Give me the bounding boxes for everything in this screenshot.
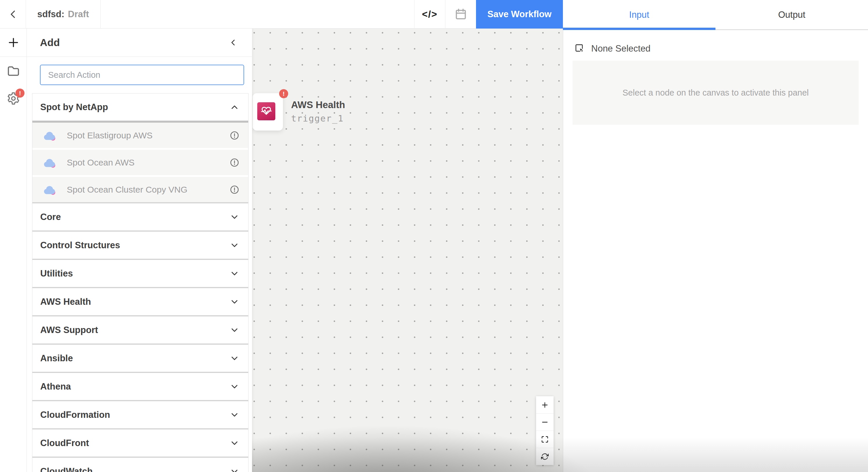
selection-status-row: None Selected bbox=[563, 30, 868, 61]
chevron-down-icon bbox=[229, 353, 240, 363]
add-node-button[interactable] bbox=[0, 29, 27, 57]
section-aws-health[interactable]: AWS Health bbox=[32, 288, 248, 315]
info-icon[interactable] bbox=[229, 185, 240, 195]
folder-icon bbox=[7, 64, 20, 77]
section-utilities[interactable]: Utilities bbox=[32, 260, 248, 287]
section-label: Utilities bbox=[40, 268, 229, 279]
cloud-icon bbox=[43, 129, 56, 142]
action-item-label: Spot Elastigroup AWS bbox=[67, 131, 229, 140]
save-workflow-button[interactable]: Save Workflow bbox=[476, 0, 563, 29]
section-cloudformation[interactable]: CloudFormation bbox=[32, 401, 248, 428]
reset-view-button[interactable] bbox=[536, 448, 554, 465]
chevron-up-icon bbox=[229, 102, 240, 112]
back-button[interactable] bbox=[0, 0, 26, 28]
back-chevron-icon bbox=[6, 8, 19, 21]
action-section: CloudFormation bbox=[32, 400, 248, 428]
search-action-input[interactable] bbox=[40, 65, 244, 85]
files-button[interactable] bbox=[0, 57, 27, 85]
workflow-name: sdfsd: bbox=[37, 9, 64, 20]
section-core[interactable]: Core bbox=[32, 203, 248, 231]
settings-alert-badge: ! bbox=[16, 89, 25, 98]
plus-icon bbox=[6, 36, 21, 49]
node-error-badge: ! bbox=[279, 89, 288, 98]
info-icon[interactable] bbox=[229, 131, 240, 140]
section-label: Spot by NetApp bbox=[40, 102, 229, 112]
section-ansible[interactable]: Ansible bbox=[32, 345, 248, 372]
inspector-panel: None Selected Select a node on the canva… bbox=[563, 30, 868, 472]
code-view-button[interactable]: </> bbox=[414, 0, 445, 28]
action-item-label: Spot Ocean Cluster Copy VNG bbox=[67, 185, 229, 195]
active-tab-underline bbox=[563, 28, 715, 30]
action-section: AWS Health bbox=[32, 287, 248, 315]
zoom-in-button[interactable] bbox=[536, 396, 554, 413]
cloud-icon bbox=[43, 183, 56, 196]
settings-button[interactable]: ! bbox=[0, 85, 27, 112]
fullscreen-icon bbox=[541, 436, 549, 443]
action-item-spot-ocean-aws[interactable]: Spot Ocean AWS bbox=[32, 150, 248, 175]
section-aws-support[interactable]: AWS Support bbox=[32, 316, 248, 343]
search-area bbox=[27, 57, 252, 93]
fit-view-button[interactable] bbox=[536, 431, 554, 448]
left-icon-rail: ! bbox=[0, 29, 27, 472]
chevron-down-icon bbox=[229, 240, 240, 250]
action-section: CloudWatch bbox=[32, 457, 248, 472]
chevron-down-icon bbox=[229, 410, 240, 420]
cursor-select-icon bbox=[574, 43, 585, 54]
empty-state-box: Select a node on the canvas to activate … bbox=[572, 61, 859, 125]
schedule-button[interactable] bbox=[445, 0, 476, 28]
action-item-spot-elastigroup-aws[interactable]: Spot Elastigroup AWS bbox=[32, 123, 248, 148]
inspector-tabs: Input Output bbox=[563, 0, 868, 30]
section-control-structures[interactable]: Control Structures bbox=[32, 232, 248, 259]
chevron-down-icon bbox=[229, 269, 240, 278]
aws-health-heart-icon bbox=[257, 102, 275, 120]
section-items: Spot Elastigroup AWS Spot Ocean AWS Spot… bbox=[32, 121, 248, 202]
workflow-status: Draft bbox=[68, 9, 89, 20]
section-label: CloudWatch bbox=[40, 466, 229, 472]
section-label: Control Structures bbox=[40, 240, 229, 250]
section-athena[interactable]: Athena bbox=[32, 373, 248, 400]
chevron-left-icon bbox=[228, 38, 238, 47]
cloud-icon bbox=[43, 157, 56, 169]
action-section: Athena bbox=[32, 372, 248, 400]
add-action-sidebar: Add Spot by NetApp Spot Elastigroup AWS bbox=[27, 29, 252, 472]
section-cloudfront[interactable]: CloudFront bbox=[32, 430, 248, 457]
selection-status-label: None Selected bbox=[591, 43, 650, 54]
workflow-title: sdfsd: Draft bbox=[26, 0, 101, 28]
refresh-icon bbox=[541, 453, 549, 460]
action-item-spot-ocean-cluster-copy-vng[interactable]: Spot Ocean Cluster Copy VNG bbox=[32, 177, 248, 202]
code-icon: </> bbox=[422, 9, 438, 20]
sidebar-title: Add bbox=[40, 37, 228, 48]
section-label: Ansible bbox=[40, 353, 229, 364]
section-label: Athena bbox=[40, 381, 229, 392]
chevron-down-icon bbox=[229, 212, 240, 222]
section-label: AWS Health bbox=[40, 297, 229, 307]
action-section: Core bbox=[32, 202, 248, 231]
workflow-node-aws-health[interactable]: ! bbox=[253, 93, 283, 131]
canvas-zoom-controls bbox=[536, 396, 554, 465]
section-label: Core bbox=[40, 212, 229, 222]
tab-input[interactable]: Input bbox=[563, 0, 715, 29]
node-subtitle: trigger_1 bbox=[291, 113, 344, 124]
section-label: CloudFront bbox=[40, 438, 229, 448]
action-section: Ansible bbox=[32, 343, 248, 372]
calendar-icon bbox=[454, 8, 468, 21]
info-icon[interactable] bbox=[229, 158, 240, 168]
top-bar: sdfsd: Draft </> Save Workflow bbox=[0, 0, 563, 29]
action-item-label: Spot Ocean AWS bbox=[67, 158, 229, 168]
section-label: AWS Support bbox=[40, 325, 229, 335]
node-title: AWS Health bbox=[291, 99, 345, 110]
minus-icon bbox=[541, 418, 549, 426]
section-spot-by-netapp[interactable]: Spot by NetApp bbox=[32, 94, 248, 121]
zoom-out-button[interactable] bbox=[536, 413, 554, 431]
chevron-down-icon bbox=[229, 297, 240, 307]
chevron-down-icon bbox=[229, 325, 240, 335]
action-section: Utilities bbox=[32, 259, 248, 287]
section-cloudwatch[interactable]: CloudWatch bbox=[32, 458, 248, 472]
chevron-down-icon bbox=[229, 467, 240, 472]
collapse-sidebar-button[interactable] bbox=[228, 38, 238, 47]
chevron-down-icon bbox=[229, 382, 240, 392]
action-sections: Spot by NetApp Spot Elastigroup AWS Spot… bbox=[32, 93, 248, 472]
action-section: Spot by NetApp Spot Elastigroup AWS Spot… bbox=[32, 94, 248, 202]
tab-output[interactable]: Output bbox=[715, 0, 868, 29]
sidebar-header: Add bbox=[27, 29, 252, 57]
